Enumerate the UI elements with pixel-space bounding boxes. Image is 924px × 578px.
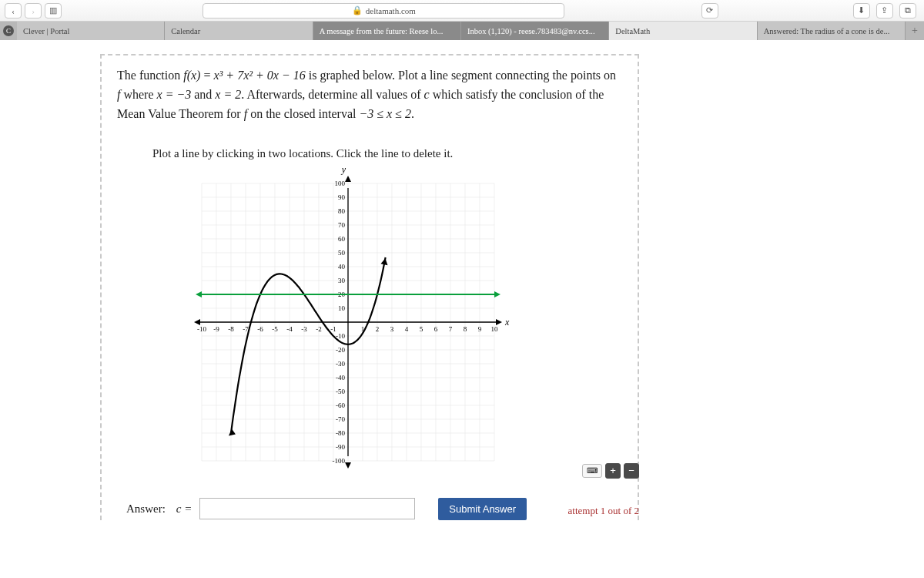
svg-text:-2: -2 — [316, 325, 322, 333]
download-button[interactable]: ⬇ — [853, 3, 870, 18]
svg-text:-100: -100 — [333, 457, 346, 465]
svg-text:-8: -8 — [228, 325, 234, 333]
share-button[interactable]: ⇪ — [876, 3, 893, 18]
answer-label: Answer: — [126, 500, 166, 518]
graph-instruction: Plot a line by clicking in two locations… — [152, 145, 622, 163]
svg-text:5: 5 — [420, 325, 424, 333]
svg-marker-46 — [345, 176, 351, 182]
favorites-icon[interactable]: C — [0, 22, 17, 40]
svg-marker-93 — [196, 291, 202, 297]
tab[interactable]: Clever | Portal — [17, 22, 165, 40]
svg-text:6: 6 — [434, 325, 438, 333]
svg-marker-91 — [380, 258, 387, 265]
svg-text:y: y — [341, 168, 346, 175]
answer-var: c = — [176, 500, 192, 518]
zoom-out-button[interactable]: − — [624, 463, 639, 479]
svg-text:-50: -50 — [336, 388, 345, 395]
svg-text:40: 40 — [338, 263, 346, 271]
svg-marker-47 — [345, 462, 351, 469]
svg-text:-40: -40 — [336, 374, 345, 381]
svg-text:-10: -10 — [197, 325, 206, 333]
svg-text:-70: -70 — [336, 415, 345, 423]
tabs-button[interactable]: ⧉ — [899, 3, 916, 18]
zoom-in-button[interactable]: + — [605, 463, 621, 479]
svg-text:100: 100 — [335, 180, 346, 187]
address-bar[interactable]: 🔒 deltamath.com — [203, 3, 564, 18]
tab[interactable]: Calendar — [165, 22, 313, 40]
tab[interactable]: DeltaMath — [609, 22, 757, 40]
svg-marker-45 — [194, 319, 200, 325]
problem-statement: The function f(x) = x³ + 7x² + 0x − 16 i… — [100, 54, 639, 520]
svg-text:x: x — [504, 317, 510, 328]
svg-text:8: 8 — [464, 325, 467, 333]
svg-text:90: 90 — [338, 193, 346, 201]
tab[interactable]: Answered: The radius of a cone is de... — [758, 22, 906, 40]
svg-text:-30: -30 — [336, 360, 345, 368]
svg-text:30: 30 — [338, 277, 346, 284]
svg-marker-94 — [494, 291, 500, 297]
back-button[interactable]: ‹ — [5, 3, 22, 18]
svg-text:10: 10 — [338, 304, 346, 312]
new-tab-button[interactable]: + — [906, 22, 924, 40]
svg-text:-60: -60 — [336, 402, 345, 409]
tab[interactable]: Inbox (1,120) - reese.783483@nv.ccs... — [461, 22, 609, 40]
svg-text:10: 10 — [491, 325, 499, 333]
attempt-counter: attempt 1 out of 2 — [568, 505, 639, 517]
svg-text:80: 80 — [338, 207, 346, 215]
svg-text:-3: -3 — [301, 325, 307, 333]
svg-text:9: 9 — [478, 325, 482, 333]
lock-icon: 🔒 — [352, 5, 363, 15]
svg-text:-80: -80 — [336, 429, 345, 437]
svg-text:50: 50 — [338, 249, 346, 257]
svg-text:7: 7 — [449, 325, 453, 333]
svg-text:-6: -6 — [257, 325, 263, 333]
tab-strip: C Clever | PortalCalendarA message from … — [0, 22, 924, 40]
svg-text:-90: -90 — [336, 443, 345, 451]
svg-text:3: 3 — [390, 325, 394, 333]
svg-text:-20: -20 — [336, 346, 345, 354]
forward-button[interactable]: › — [25, 3, 42, 18]
svg-text:2: 2 — [376, 325, 380, 333]
svg-text:4: 4 — [405, 325, 409, 333]
tab[interactable]: A message from the future: Reese lo... — [313, 22, 461, 40]
url-host: deltamath.com — [366, 6, 416, 15]
svg-text:-5: -5 — [272, 325, 278, 333]
answer-input[interactable] — [199, 498, 415, 519]
browser-toolbar: ‹ › ▥ 🔒 deltamath.com ⟳ ⬇ ⇪ ⧉ — [0, 0, 924, 22]
svg-text:-9: -9 — [213, 325, 219, 333]
keyboard-icon[interactable]: ⌨ — [582, 464, 602, 478]
submit-button[interactable]: Submit Answer — [438, 498, 527, 520]
reload-button[interactable]: ⟳ — [701, 3, 718, 18]
graph-zoom-controls: ⌨ + − — [582, 463, 639, 479]
svg-marker-90 — [229, 428, 236, 435]
svg-text:70: 70 — [338, 221, 346, 229]
svg-text:60: 60 — [338, 235, 346, 243]
svg-marker-44 — [496, 319, 502, 325]
graph-canvas[interactable]: -10-9-8-7-6-5-4-3-2-112345678910-100-90-… — [179, 168, 517, 492]
sidebar-button[interactable]: ▥ — [45, 3, 62, 18]
svg-text:-4: -4 — [286, 325, 293, 333]
